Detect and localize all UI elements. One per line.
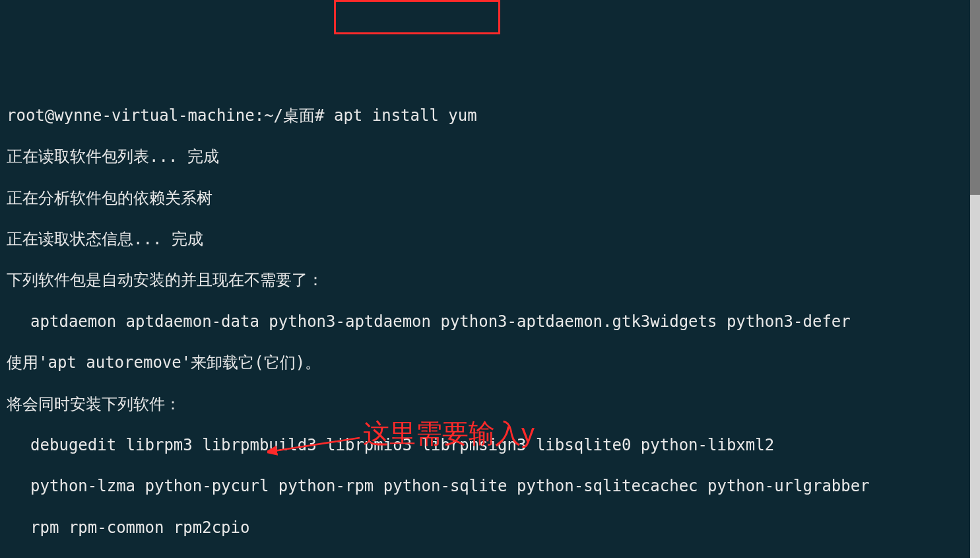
output-line: 将会同时安装下列软件： — [7, 394, 973, 415]
annotation-input-y: 这里需要输入y — [363, 416, 535, 450]
output-line: 正在分析软件包的依赖关系树 — [7, 188, 973, 209]
output-line: 正在读取状态信息... 完成 — [7, 229, 973, 250]
scrollbar-thumb[interactable] — [970, 0, 980, 195]
prompt-path: :~/桌面# — [255, 106, 334, 125]
output-line: 下列软件包是自动安装的并且现在不需要了： — [7, 270, 973, 291]
prompt-user-host: root@wynne-virtual-machine — [7, 106, 255, 125]
terminal-output[interactable]: root@wynne-virtual-machine:~/桌面# apt ins… — [7, 85, 973, 558]
highlight-box-command — [334, 0, 500, 34]
command-text: apt install yum — [334, 106, 477, 125]
output-line: 正在读取软件包列表... 完成 — [7, 147, 973, 167]
command-line: root@wynne-virtual-machine:~/桌面# apt ins… — [7, 106, 973, 126]
output-line: 使用'apt autoremove'来卸载它(它们)。 — [7, 353, 973, 373]
output-line: aptdaemon aptdaemon-data python3-aptdaem… — [7, 312, 973, 332]
output-line: rpm rpm-common rpm2cpio — [7, 518, 973, 538]
output-line: python-lzma python-pycurl python-rpm pyt… — [7, 476, 973, 497]
